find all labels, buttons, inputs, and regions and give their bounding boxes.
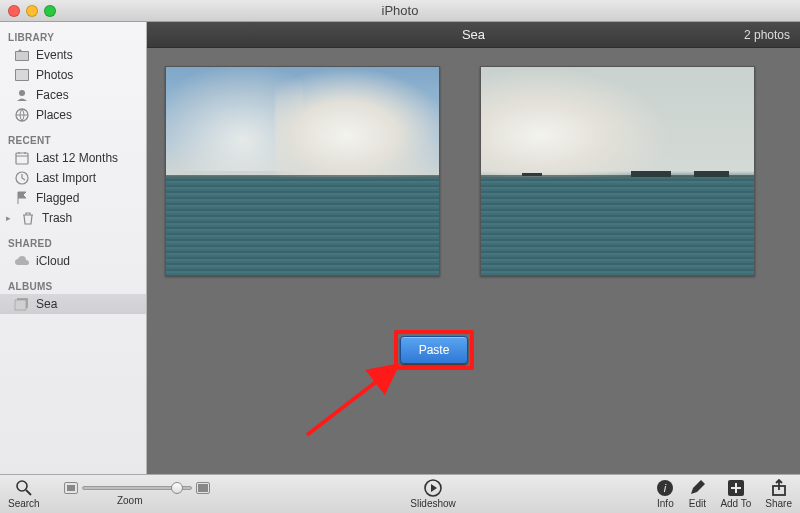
sidebar-item-label: Trash [42, 211, 72, 225]
sidebar-item-events[interactable]: Events [0, 45, 146, 65]
sidebar-item-places[interactable]: Places [0, 105, 146, 125]
zoom-button[interactable] [44, 5, 56, 17]
annotation-box: Paste [394, 330, 474, 370]
zoom-slider[interactable] [82, 486, 192, 490]
svg-rect-3 [16, 70, 28, 80]
sidebar-item-label: iCloud [36, 254, 70, 268]
tool-label: Add To [720, 498, 751, 509]
sidebar-item-faces[interactable]: Faces [0, 85, 146, 105]
album-title: Sea [462, 27, 485, 42]
sidebar-item-sea[interactable]: Sea [0, 294, 146, 314]
svg-line-15 [26, 490, 31, 495]
titlebar: iPhoto [0, 0, 800, 22]
info-icon: i [656, 479, 674, 497]
paste-button[interactable]: Paste [400, 336, 468, 364]
add-to-tool[interactable]: Add To [720, 479, 751, 509]
flag-icon [14, 190, 30, 206]
paste-label: Paste [419, 343, 450, 357]
share-tool[interactable]: Share [765, 479, 792, 509]
sidebar-header-shared: SHARED [0, 234, 146, 251]
svg-point-14 [17, 481, 27, 491]
globe-icon [14, 107, 30, 123]
sidebar-item-label: Faces [36, 88, 69, 102]
sidebar-item-last-import[interactable]: Last Import [0, 168, 146, 188]
search-tool[interactable]: Search [8, 479, 40, 509]
sidebar-item-label: Places [36, 108, 72, 122]
sidebar-header-albums: ALBUMS [0, 277, 146, 294]
sidebar-item-last-12-months[interactable]: Last 12 Months [0, 148, 146, 168]
svg-rect-17 [198, 484, 208, 492]
thumbnail-grid[interactable] [147, 48, 800, 276]
tool-label: Share [765, 498, 792, 509]
plus-icon [727, 479, 745, 497]
clock-icon [14, 170, 30, 186]
slideshow-tool[interactable]: Slideshow [410, 479, 456, 509]
sidebar-header-library: LIBRARY [0, 28, 146, 45]
play-icon [424, 479, 442, 497]
minimize-button[interactable] [26, 5, 38, 17]
search-icon [15, 479, 33, 497]
album-header: Sea 2 photos [147, 22, 800, 48]
svg-point-4 [19, 90, 25, 96]
zoom-knob[interactable] [171, 482, 183, 494]
pencil-icon [688, 479, 706, 497]
photo-thumbnail[interactable] [480, 66, 755, 276]
svg-rect-1 [16, 52, 28, 60]
sidebar-item-label: Flagged [36, 191, 79, 205]
share-icon [770, 479, 788, 497]
tool-label: Zoom [117, 495, 143, 506]
tool-label: Slideshow [410, 498, 456, 509]
photos-icon [14, 67, 30, 83]
cloud-icon [14, 253, 30, 269]
sidebar-item-label: Last 12 Months [36, 151, 118, 165]
zoom-in-icon[interactable] [196, 482, 210, 494]
sidebar-item-trash[interactable]: ▸ Trash [0, 208, 146, 228]
info-tool[interactable]: i Info [656, 479, 674, 509]
zoom-tool: Zoom [50, 482, 210, 506]
faces-icon [14, 87, 30, 103]
tool-label: Edit [689, 498, 706, 509]
sidebar-item-photos[interactable]: Photos [0, 65, 146, 85]
sidebar-item-label: Photos [36, 68, 73, 82]
window-title: iPhoto [0, 3, 800, 18]
zoom-out-icon[interactable] [64, 482, 78, 494]
main-content: Sea 2 photos [147, 22, 800, 474]
events-icon [14, 47, 30, 63]
window-controls [0, 5, 56, 17]
svg-rect-12 [15, 300, 26, 310]
sidebar: LIBRARY Events Photos Faces Places RECEN… [0, 22, 147, 474]
svg-rect-16 [67, 485, 75, 491]
edit-tool[interactable]: Edit [688, 479, 706, 509]
tool-label: Info [657, 498, 674, 509]
context-menu-highlight: Paste [394, 330, 474, 370]
sidebar-item-label: Sea [36, 297, 57, 311]
album-icon [14, 296, 30, 312]
trash-icon [20, 210, 36, 226]
tool-label: Search [8, 498, 40, 509]
sidebar-item-icloud[interactable]: iCloud [0, 251, 146, 271]
photo-count: 2 photos [744, 28, 790, 42]
calendar-icon [14, 150, 30, 166]
bottom-toolbar: Search Zoom Slideshow i Info Edit Add To… [0, 474, 800, 513]
sidebar-item-flagged[interactable]: Flagged [0, 188, 146, 208]
disclosure-triangle-icon[interactable]: ▸ [6, 213, 14, 223]
sidebar-item-label: Last Import [36, 171, 96, 185]
sidebar-header-recent: RECENT [0, 131, 146, 148]
sidebar-item-label: Events [36, 48, 73, 62]
close-button[interactable] [8, 5, 20, 17]
svg-rect-6 [16, 153, 28, 164]
photo-thumbnail[interactable] [165, 66, 440, 276]
